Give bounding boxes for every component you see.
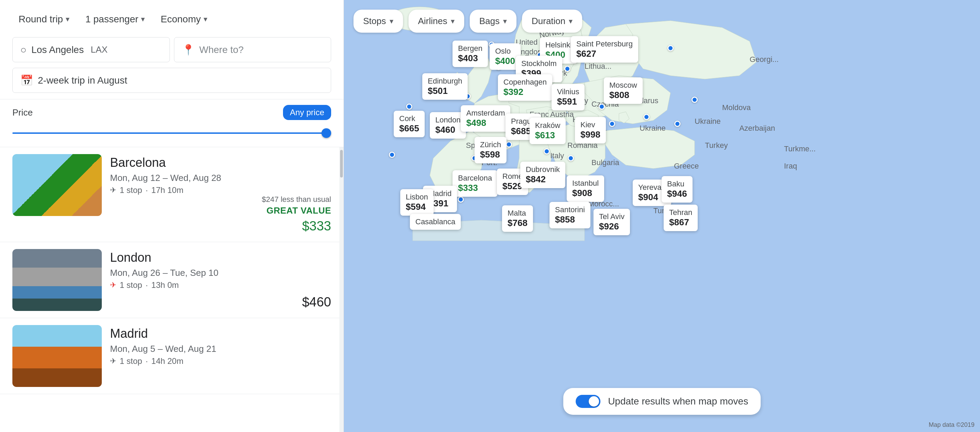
result-card-london[interactable]: London Mon, Aug 26 – Tue, Sep 10 ✈ 1 sto… (0, 242, 344, 318)
svg-text:Ukraine: Ukraine (640, 124, 666, 132)
duration-chevron: ▾ (569, 17, 573, 26)
map-container[interactable]: France Belgium Germany Czechia Belarus U… (344, 0, 980, 432)
bags-filter[interactable]: Bags ▾ (470, 10, 517, 33)
flight-icon: ✈ (110, 186, 116, 194)
marker-city: Casablanca (415, 217, 455, 226)
marker-santorini[interactable]: Santorini $858 (549, 202, 590, 228)
airlines-filter[interactable]: Airlines ▾ (409, 10, 464, 33)
marker-amsterdam[interactable]: Amsterdam $498 (461, 105, 510, 132)
marker-zurich[interactable]: Zürich $598 (474, 137, 506, 163)
duration-label: Duration (531, 16, 565, 27)
stops-filter[interactable]: Stops ▾ (353, 10, 403, 33)
marker-city: London (435, 116, 460, 124)
marker-dubrovnik[interactable]: Dubrovnik $842 (520, 162, 565, 188)
toggle-knob (589, 396, 599, 406)
marker-price: $808 (609, 90, 637, 100)
filter-bar: Stops ▾ Airlines ▾ Bags ▾ Duration ▾ (353, 10, 582, 33)
marker-price: $598 (480, 149, 501, 160)
marker-city: Tehran (669, 208, 692, 217)
marker-price: $400 (495, 56, 515, 66)
duration-filter[interactable]: Duration ▾ (522, 10, 582, 33)
result-card-madrid[interactable]: Madrid Mon, Aug 5 – Wed, Aug 21 ✈ 1 stop… (0, 318, 344, 394)
marker-vilnius[interactable]: Vilnius $591 (552, 84, 585, 110)
marker-city: Dubrovnik (526, 165, 560, 174)
marker-bergen[interactable]: Bergen $403 (452, 41, 488, 67)
marker-cork[interactable]: Cork $665 (394, 111, 425, 137)
marker-tel-aviv[interactable]: Tel Aviv $926 (593, 209, 630, 235)
result-dot: · (145, 185, 148, 195)
marker-city: Oslo (495, 47, 515, 56)
marker-price: $665 (399, 123, 419, 134)
marker-price: $501 (428, 86, 462, 96)
svg-text:Iraq: Iraq (784, 162, 797, 170)
result-city: London (110, 250, 331, 265)
marker-city: Saint Petersburg (576, 40, 633, 48)
marker-copenhagen[interactable]: Copenhagen $392 (498, 74, 552, 101)
dot-marker (389, 152, 395, 158)
class-dropdown[interactable]: Economy ▾ (154, 10, 213, 28)
svg-text:Turkme...: Turkme... (784, 145, 816, 153)
marker-lisbon[interactable]: Lisbon $594 (400, 189, 434, 216)
result-card-barcelona[interactable]: Barcelona Mon, Aug 12 – Wed, Aug 28 ✈ 1 … (0, 147, 344, 242)
svg-text:Greece: Greece (674, 162, 699, 170)
marker-malta[interactable]: Malta $768 (502, 205, 533, 232)
marker-casablanca[interactable]: Casablanca (410, 214, 461, 230)
svg-text:Bulgaria: Bulgaria (592, 158, 619, 167)
destination-field[interactable]: 📍 Where to? (174, 37, 331, 62)
svg-text:Azerbaijan: Azerbaijan (739, 124, 775, 132)
origin-field[interactable]: ○ Los Angeles LAX (13, 37, 170, 62)
passengers-dropdown[interactable]: 1 passenger ▾ (79, 10, 151, 28)
trip-type-dropdown[interactable]: Round trip ▾ (13, 10, 76, 28)
marker-tehran[interactable]: Tehran $867 (663, 205, 698, 231)
result-duration: 14h 20m (151, 356, 183, 366)
date-field[interactable]: 📅 2-week trip in August (13, 68, 331, 93)
origin-icon: ○ (20, 44, 27, 56)
marker-price: $926 (599, 221, 624, 232)
dot-marker (568, 155, 574, 161)
stops-chevron: ▾ (390, 17, 393, 26)
marker-moscow[interactable]: Moscow $808 (604, 77, 643, 104)
scrollbar[interactable] (339, 147, 344, 432)
marker-city: Copenhagen (503, 78, 547, 87)
svg-text:Georgi...: Georgi... (749, 55, 778, 64)
marker-price: $613 (535, 130, 560, 141)
price-slider[interactable] (13, 126, 331, 140)
marker-city: Stockholm (521, 59, 557, 68)
marker-krakow[interactable]: Kraków $613 (530, 118, 566, 144)
marker-price: $858 (555, 214, 585, 225)
marker-city: Cork (399, 114, 419, 123)
marker-edinburgh[interactable]: Edinburgh $501 (422, 73, 468, 100)
marker-barcelona[interactable]: Barcelona $333 (452, 170, 498, 197)
class-chevron: ▾ (204, 15, 207, 24)
marker-kiev[interactable]: Kiev $998 (575, 117, 606, 143)
marker-city: Baku (667, 180, 687, 188)
marker-saint-petersburg[interactable]: Saint Petersburg $627 (571, 36, 638, 62)
result-city: Madrid (110, 327, 331, 341)
result-flight: ✈ 1 stop · 17h 10m (110, 185, 331, 195)
class-label: Economy (161, 14, 201, 25)
result-price-london: $460 (302, 295, 331, 309)
svg-text:Lithua...: Lithua... (585, 62, 611, 70)
marker-price: $998 (581, 129, 600, 140)
marker-baku[interactable]: Baku $946 (662, 176, 692, 202)
price-label: Price (13, 107, 33, 118)
svg-text:Ukraine: Ukraine (695, 117, 721, 126)
toggle-switch[interactable] (576, 395, 600, 408)
date-label: 2-week trip in August (38, 75, 127, 86)
less-than-usual: $247 less than usual (262, 195, 331, 204)
dot-marker (544, 148, 550, 155)
marker-istanbul[interactable]: Istanbul $908 (567, 175, 604, 202)
map-attribution: Map data ©2019 (929, 421, 975, 429)
result-price-barcelona: $333 (302, 219, 331, 234)
passengers-label: 1 passenger (85, 14, 138, 25)
dot-marker (692, 97, 698, 103)
dot-marker (458, 196, 464, 202)
scroll-thumb[interactable] (340, 150, 343, 177)
svg-text:Moldova: Moldova (722, 103, 751, 112)
result-image-barcelona (13, 154, 102, 216)
calendar-icon: 📅 (20, 74, 33, 86)
marker-city: Moscow (609, 81, 637, 90)
slider-thumb[interactable] (321, 128, 331, 138)
great-value-row: $247 less than usual GREAT VALUE (262, 195, 331, 216)
origin-code: LAX (91, 45, 108, 55)
